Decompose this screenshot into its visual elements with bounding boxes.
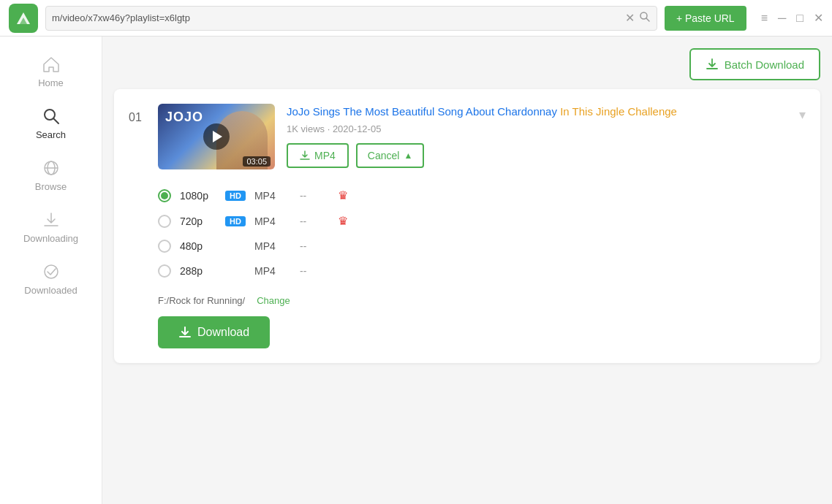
chevron-up-icon: ▲: [404, 150, 412, 161]
sidebar-item-browse[interactable]: Browse: [0, 148, 102, 199]
url-bar[interactable]: m/video/x7xw46y?playlist=x6lgtp ✕: [45, 6, 657, 31]
sidebar-item-downloaded[interactable]: Downloaded: [0, 251, 102, 303]
quality-size-1080p: --: [300, 190, 329, 202]
video-date: 2020-12-05: [333, 123, 382, 134]
mp4-button[interactable]: MP4: [287, 143, 349, 168]
sidebar-search-label: Search: [36, 129, 66, 140]
sidebar-downloading-label: Downloading: [23, 233, 78, 244]
quality-label-1080p: 1080p: [180, 190, 216, 202]
video-views: 1K views: [287, 123, 325, 134]
cancel-button[interactable]: Cancel ▲: [356, 143, 424, 168]
svg-line-3: [53, 118, 58, 123]
sidebar-browse-label: Browse: [35, 181, 67, 192]
sidebar: Home Search Browse Downloading: [0, 37, 102, 504]
quality-size-288p: --: [300, 265, 329, 277]
sidebar-item-downloading[interactable]: Downloading: [0, 199, 102, 251]
radio-480p[interactable]: [158, 240, 171, 253]
paste-url-button[interactable]: + Paste URL: [665, 6, 746, 31]
video-number: 01: [129, 104, 146, 124]
menu-icon[interactable]: ≡: [761, 12, 768, 25]
svg-line-1: [646, 18, 649, 21]
hd-badge-1080p: HD: [225, 191, 246, 201]
close-icon[interactable]: ✕: [814, 11, 823, 25]
radio-288p[interactable]: [158, 264, 171, 278]
quality-options: 1080p HD MP4 -- ♛ 720p HD MP4 -- ♛: [129, 183, 806, 283]
quality-format-288p: MP4: [254, 265, 291, 277]
video-actions: MP4 Cancel ▲: [287, 143, 787, 168]
svg-point-7: [45, 265, 58, 278]
radio-1080p-inner: [161, 192, 168, 199]
sidebar-home-label: Home: [38, 77, 64, 88]
minimize-icon[interactable]: ─: [778, 12, 786, 25]
url-text: m/video/x7xw46y?playlist=x6lgtp: [52, 12, 621, 23]
sidebar-downloaded-label: Downloaded: [24, 285, 77, 296]
quality-size-720p: --: [300, 215, 329, 227]
cancel-label: Cancel: [368, 150, 400, 161]
quality-row-480p[interactable]: 480p MP4 --: [158, 234, 806, 259]
window-controls: ≡ ─ □ ✕: [761, 11, 823, 25]
batch-download-label: Batch Download: [725, 58, 804, 71]
download-path: F:/Rock for Running/: [158, 295, 245, 306]
radio-720p[interactable]: [158, 215, 171, 228]
download-btn-row: Download: [129, 316, 806, 348]
quality-row-288p[interactable]: 288p MP4 --: [158, 259, 806, 283]
titlebar: m/video/x7xw46y?playlist=x6lgtp ✕ + Past…: [0, 0, 832, 37]
expand-icon[interactable]: ▾: [799, 104, 806, 123]
sidebar-item-home[interactable]: Home: [0, 44, 102, 96]
mp4-label: MP4: [314, 150, 336, 161]
video-header: 01 JOJO 03:05 JoJo Sings The Most Beauti…: [129, 104, 806, 169]
quality-format-1080p: MP4: [254, 190, 291, 202]
content-area: Batch Download 01 JOJO 03:05 JoJ: [102, 37, 832, 504]
video-meta: 1K views · 2020-12-05: [287, 123, 787, 134]
sidebar-item-search[interactable]: Search: [0, 96, 102, 148]
download-button[interactable]: Download: [158, 316, 270, 348]
crown-icon-1080p: ♛: [338, 188, 348, 202]
download-path-row: F:/Rock for Running/ Change: [129, 295, 806, 306]
video-title-highlight: In This Jingle Challenge: [560, 105, 677, 118]
batch-download-bar: Batch Download: [114, 48, 820, 80]
video-title-normal1: JoJo Sings The Most Beautiful Song About…: [287, 105, 560, 118]
quality-label-288p: 288p: [180, 265, 216, 277]
quality-format-480p: MP4: [254, 240, 291, 252]
video-thumbnail[interactable]: JOJO 03:05: [158, 104, 275, 169]
crown-icon-720p: ♛: [338, 214, 348, 228]
radio-1080p[interactable]: [158, 189, 171, 202]
app-logo: [9, 4, 38, 33]
change-path-button[interactable]: Change: [257, 295, 290, 306]
quality-label-720p: 720p: [180, 215, 216, 227]
quality-format-720p: MP4: [254, 215, 291, 227]
quality-row-720p[interactable]: 720p HD MP4 -- ♛: [158, 208, 806, 234]
video-meta-separator: ·: [328, 123, 333, 134]
main-layout: Home Search Browse Downloading: [0, 37, 832, 504]
hd-badge-720p: HD: [225, 216, 246, 226]
video-duration: 03:05: [243, 156, 271, 167]
quality-row-1080p[interactable]: 1080p HD MP4 -- ♛: [158, 183, 806, 208]
video-info: JoJo Sings The Most Beautiful Song About…: [287, 104, 787, 168]
video-card: 01 JOJO 03:05 JoJo Sings The Most Beauti…: [114, 89, 820, 363]
url-clear-icon[interactable]: ✕: [625, 11, 635, 25]
quality-size-480p: --: [300, 240, 329, 252]
play-button[interactable]: [203, 123, 230, 150]
video-title: JoJo Sings The Most Beautiful Song About…: [287, 104, 787, 119]
batch-download-button[interactable]: Batch Download: [689, 48, 820, 80]
maximize-icon[interactable]: □: [796, 12, 803, 25]
quality-label-480p: 480p: [180, 240, 216, 252]
download-label: Download: [197, 326, 249, 339]
search-icon: [639, 11, 651, 25]
